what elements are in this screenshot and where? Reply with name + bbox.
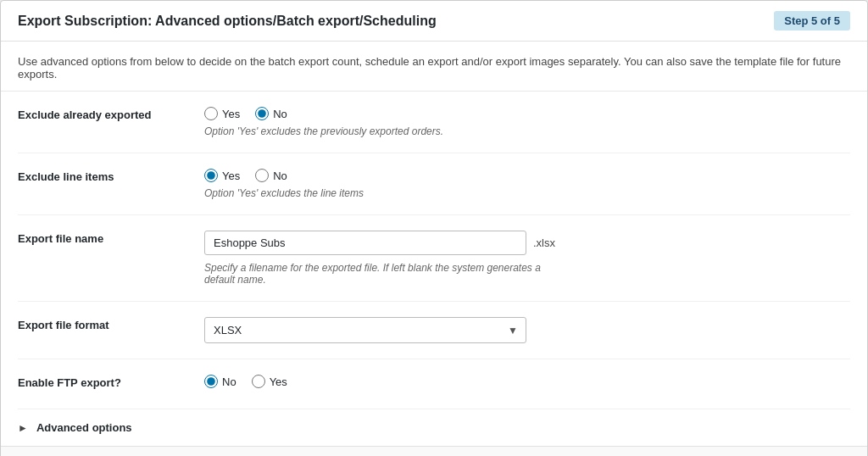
export-file-name-row: Export file name .xlsx Specify a filenam… — [18, 215, 850, 302]
page-title: Export Subscription: Advanced options/Ba… — [18, 14, 437, 29]
exclude-line-items-radio-group: Yes No — [204, 169, 850, 182]
exclude-already-exported-radio-group: Yes No — [204, 107, 850, 120]
window: Export Subscription: Advanced options/Ba… — [0, 0, 868, 456]
export-file-format-select-wrap: XLSX CSV XLS ▼ — [204, 317, 526, 343]
enable-ftp-export-control: No Yes — [204, 375, 850, 393]
exclude-line-items-hint: Option 'Yes' excludes the line items — [204, 187, 850, 199]
form-content: Exclude already exported Yes No Option '… — [1, 92, 867, 446]
enable-ftp-export-row: Enable FTP export? No Yes — [18, 359, 850, 409]
file-name-input-row: .xlsx — [204, 231, 850, 255]
enable-ftp-no-radio[interactable] — [204, 375, 218, 388]
exclude-already-exported-hint: Option 'Yes' excludes the previously exp… — [204, 125, 850, 137]
exclude-already-exported-row: Exclude already exported Yes No Option '… — [18, 92, 850, 153]
export-file-name-input[interactable] — [204, 231, 526, 255]
exclude-line-items-control: Yes No Option 'Yes' excludes the line it… — [204, 169, 850, 199]
export-file-format-row: Export file format XLSX CSV XLS ▼ — [18, 302, 850, 359]
export-file-format-select[interactable]: XLSX CSV XLS — [204, 317, 526, 343]
export-file-name-control: .xlsx Specify a filename for the exporte… — [204, 231, 850, 286]
export-file-name-hint: Specify a filename for the exported file… — [204, 262, 850, 286]
export-file-name-label: Export file name — [18, 231, 204, 245]
exclude-line-items-no-radio[interactable] — [255, 169, 269, 182]
export-file-format-control: XLSX CSV XLS ▼ — [204, 317, 850, 343]
exclude-line-items-yes-option[interactable]: Yes — [204, 169, 240, 182]
advanced-options-row[interactable]: ► Advanced options — [18, 409, 850, 446]
exclude-line-items-no-option[interactable]: No — [255, 169, 287, 182]
step-badge: Step 5 of 5 — [774, 11, 850, 31]
enable-ftp-export-label: Enable FTP export? — [18, 375, 204, 389]
file-extension: .xlsx — [533, 236, 555, 249]
expand-arrow-icon: ► — [18, 422, 28, 434]
exclude-line-items-label: Exclude line items — [18, 169, 204, 183]
export-file-format-label: Export file format — [18, 317, 204, 331]
enable-ftp-no-option[interactable]: No — [204, 375, 236, 388]
exclude-already-exported-no-radio[interactable] — [255, 107, 269, 120]
exclude-already-exported-no-option[interactable]: No — [255, 107, 287, 120]
exclude-already-exported-yes-radio[interactable] — [204, 107, 218, 120]
header: Export Subscription: Advanced options/Ba… — [1, 1, 867, 42]
exclude-already-exported-label: Exclude already exported — [18, 107, 204, 121]
exclude-line-items-row: Exclude line items Yes No Option 'Yes' e… — [18, 153, 850, 215]
exclude-already-exported-control: Yes No Option 'Yes' excludes the previou… — [204, 107, 850, 137]
description-text: Use advanced options from below to decid… — [1, 42, 867, 92]
enable-ftp-export-radio-group: No Yes — [204, 375, 850, 388]
enable-ftp-yes-option[interactable]: Yes — [252, 375, 287, 388]
footer: ❮ Back Save template Export — [1, 446, 867, 456]
exclude-line-items-yes-radio[interactable] — [204, 169, 218, 182]
advanced-options-label: Advanced options — [36, 421, 132, 434]
enable-ftp-yes-radio[interactable] — [252, 375, 265, 388]
exclude-already-exported-yes-option[interactable]: Yes — [204, 107, 240, 120]
